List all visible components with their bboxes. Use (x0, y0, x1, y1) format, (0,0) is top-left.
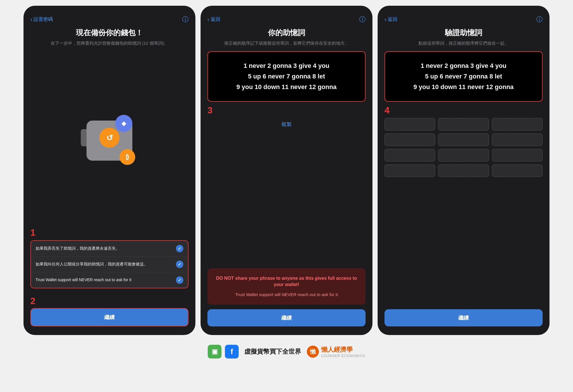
back-arrow-icon-3: ‹ (384, 16, 386, 23)
word-slot-3[interactable] (492, 118, 543, 131)
word-slot-8[interactable] (438, 149, 489, 161)
eth-coin: ◆ (115, 115, 132, 132)
checkbox-text-2: 如果我向任何人公開或分享我的助憶詞，我的資產可能會被盜。 (36, 261, 173, 267)
word-grid (384, 118, 543, 177)
screen1-continue-wrapper: 2 繼續 (23, 296, 195, 326)
word-slot-5[interactable] (438, 133, 489, 146)
screen3-continue-button[interactable]: 繼續 (384, 309, 543, 326)
screen2-mnemonic-box: 1 never 2 gonna 3 give 4 you 5 up 6 neve… (207, 51, 366, 102)
footer: ▣ f 虛擬貨幣買下全世界 懶 懶人經濟學 LOUNGER ECONOMICS (208, 342, 365, 358)
screen3-mnemonic-box: 1 never 2 gonna 3 give 4 you 5 up 6 neve… (384, 51, 543, 102)
screen-2: ‹ 返回 ⓘ 你的助憶詞 按正確的順序記下或複製這些單詞，並將它們保存在安全的地… (201, 6, 372, 335)
brand-name: 懶人經濟學 (321, 345, 365, 354)
screen1-back-label: 設置密碼 (34, 16, 53, 23)
screen3-info-button[interactable]: ⓘ (536, 15, 543, 24)
screen1-continue-button[interactable]: 繼續 (30, 308, 189, 326)
step-4-number: 4 (378, 105, 550, 118)
checkbox-text-1: 如果我弄丟失了助憶詞，我的資產將永遠丟失。 (36, 246, 173, 251)
screen3-back-button[interactable]: ‹ 返回 (384, 16, 397, 23)
screen-3: ‹ 返回 ⓘ 驗證助憶詞 點按這些單詞，按正確的順序將它們放在一起。 1 nev… (378, 6, 550, 335)
checkbox-item-2[interactable]: 如果我向任何人公開或分享我的助憶詞，我的資產可能會被盜。 (31, 257, 188, 272)
facebook-icon[interactable]: f (225, 345, 239, 358)
checkboxes-section: 如果我弄丟失了助憶詞，我的資產將永遠丟失。 如果我向任何人公開或分享我的助憶詞，… (23, 240, 195, 296)
screen3-title: 驗證助憶詞 (378, 25, 550, 40)
screen-1: ‹ 設置密碼 ⓘ 現在備份你的錢包！ 在下一步中，您將看到允許您恢復錢包的助憶詞… (23, 6, 195, 335)
screen1-title: 現在備份你的錢包！ (23, 25, 195, 40)
screen3-mnemonic-line3: 9 you 10 down 11 never 12 gonna (391, 82, 536, 92)
screen3-mnemonic-line1: 1 never 2 gonna 3 give 4 you (391, 60, 536, 71)
wallet-image-container: ◆ ↺ ₿ (23, 51, 195, 228)
word-slot-12[interactable] (492, 164, 543, 177)
mnemonic-line2: 5 up 6 never 7 gonna 8 let (214, 71, 359, 82)
footer-icons: ▣ f (208, 345, 239, 358)
screen3-mnemonic-line2: 5 up 6 never 7 gonna 8 let (391, 71, 536, 82)
btc-coin: ₿ (119, 149, 135, 165)
word-slot-2[interactable] (438, 118, 489, 131)
screen3-back-label: 返回 (388, 16, 397, 23)
screen2-back-label: 返回 (211, 16, 220, 23)
screen2-continue-button[interactable]: 繼續 (207, 309, 366, 326)
footer-brand: 懶 懶人經濟學 LOUNGER ECONOMICS (307, 345, 365, 358)
mnemonic-line1: 1 never 2 gonna 3 give 4 you (214, 60, 359, 71)
checkboxes-box: 如果我弄丟失了助憶詞，我的資產將永遠丟失。 如果我向任何人公開或分享我的助憶詞，… (30, 240, 189, 288)
screen2-back-button[interactable]: ‹ 返回 (207, 16, 220, 23)
step-1-number: 1 (23, 227, 195, 240)
word-slot-10[interactable] (384, 164, 435, 177)
checkbox-check-2 (176, 261, 183, 268)
word-slot-7[interactable] (384, 149, 435, 161)
checkbox-item-1[interactable]: 如果我弄丟失了助憶詞，我的資產將永遠丟失。 (31, 241, 188, 257)
step-2-number: 2 (30, 296, 189, 306)
screen3-mnemonic-text: 1 never 2 gonna 3 give 4 you 5 up 6 neve… (391, 60, 536, 92)
mnemonic-line3: 9 you 10 down 11 never 12 gonna (214, 82, 359, 92)
screen1-header: ‹ 設置密碼 ⓘ (23, 11, 195, 25)
screen1-back-button[interactable]: ‹ 設置密碼 (30, 16, 53, 23)
screen1-info-button[interactable]: ⓘ (182, 15, 189, 24)
wallet-image: ◆ ↺ ₿ (81, 112, 138, 169)
warning-subtitle: Trust Wallet support will NEVER reach ou… (213, 291, 360, 298)
checkbox-check-1 (176, 245, 183, 252)
word-slot-6[interactable] (492, 133, 543, 146)
warning-box: DO NOT share your phrase to anyone as th… (207, 268, 366, 305)
screen2-mnemonic-text: 1 never 2 gonna 3 give 4 you 5 up 6 neve… (214, 60, 359, 92)
footer-main-text: 虛擬貨幣買下全世界 (244, 347, 301, 356)
screen2-info-button[interactable]: ⓘ (359, 15, 366, 24)
checkbox-text-3: Trust Wallet support will NEVER reach ou… (36, 277, 173, 283)
footer-slogan: 虛擬貨幣買下全世界 (244, 347, 301, 356)
brand-icon: 懶 (307, 346, 319, 358)
checkbox-item-3[interactable]: Trust Wallet support will NEVER reach ou… (31, 272, 188, 288)
refresh-icon-circle: ↺ (99, 128, 119, 148)
app-store-icon[interactable]: ▣ (208, 345, 221, 358)
screens-container: ‹ 設置密碼 ⓘ 現在備份你的錢包！ 在下一步中，您將看到允許您恢復錢包的助憶詞… (0, 6, 573, 335)
screen3-header: ‹ 返回 ⓘ (378, 11, 550, 25)
warning-title: DO NOT share your phrase to anyone as th… (213, 275, 360, 288)
copy-button[interactable]: 複製 (201, 118, 372, 133)
screen3-subtitle: 點按這些單詞，按正確的順序將它們放在一起。 (378, 40, 550, 51)
screen2-title: 你的助憶詞 (201, 25, 372, 40)
word-slot-4[interactable] (384, 133, 435, 146)
back-arrow-icon: ‹ (30, 16, 32, 23)
word-slot-9[interactable] (492, 149, 543, 161)
screen2-subtitle: 按正確的順序記下或複製這些單詞，並將它們保存在安全的地方。 (201, 40, 372, 51)
screen1-subtitle: 在下一步中，您將看到允許您恢復錢包的助憶詞 (12 個單詞)。 (23, 40, 195, 51)
word-slot-1[interactable] (384, 118, 435, 131)
word-slot-11[interactable] (438, 164, 489, 177)
screen2-header: ‹ 返回 ⓘ (201, 11, 372, 25)
brand-sub: LOUNGER ECONOMICS (321, 354, 365, 358)
step-3-number: 3 (201, 105, 372, 118)
back-arrow-icon-2: ‹ (207, 16, 209, 23)
checkbox-check-3 (176, 276, 183, 284)
